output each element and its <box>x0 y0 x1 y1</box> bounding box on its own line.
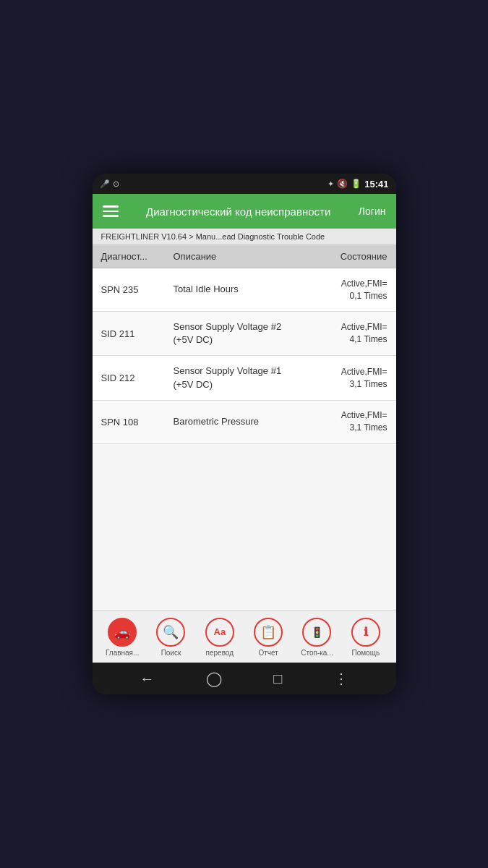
row-status-2: Active,FMI=3,1 Times <box>294 366 388 391</box>
table-header: Диагност... Описание Состояние <box>93 245 396 268</box>
empty-area <box>93 444 396 531</box>
android-nav: ← ◯ □ ⋮ <box>93 663 396 694</box>
login-button[interactable]: Логин <box>359 205 386 217</box>
mic-off-icon: 🎤 <box>100 179 110 189</box>
row-code-2: SID 212 <box>101 373 174 383</box>
nav-label-search: Поиск <box>161 649 181 657</box>
bluetooth-icon: ✦ <box>328 179 334 189</box>
nav-item-report[interactable]: 📋 Отчет <box>249 618 288 657</box>
table-body: SPN 235 Total Idle Hours Active,FMI=0,1 … <box>93 268 396 610</box>
table-row[interactable]: SID 212 Sensor Supply Voltage #1 (+5V DC… <box>93 356 396 400</box>
nav-item-home[interactable]: 🚗 Главная... <box>103 618 142 657</box>
app-header: Диагностический код неисправности Логин <box>93 194 396 229</box>
device: 🎤 ⊙ ✦ 🔇 🔋 15:41 Диагностический код неис… <box>93 174 396 694</box>
wifi-icon: ⊙ <box>113 179 119 189</box>
translate-icon: Aa <box>205 618 234 647</box>
bottom-nav: 🚗 Главная... 🔍 Поиск Aa перевод 📋 Отчет … <box>93 610 396 663</box>
nav-item-help[interactable]: ℹ Помощь <box>346 618 385 657</box>
status-bar: 🎤 ⊙ ✦ 🔇 🔋 15:41 <box>93 174 396 194</box>
row-code-3: SPN 108 <box>101 417 174 427</box>
volume-icon: 🔇 <box>337 179 348 189</box>
app-content: FREIGHTLINER V10.64 > Manu...ead Diagnos… <box>93 229 396 694</box>
status-bar-left: 🎤 ⊙ <box>100 179 324 189</box>
row-code-1: SID 211 <box>101 328 174 339</box>
search-icon: 🔍 <box>156 618 185 647</box>
status-time: 15:41 <box>364 179 388 190</box>
row-status-3: Active,FMI=3,1 Times <box>294 409 388 434</box>
table-row[interactable]: SPN 108 Barometric Pressure Active,FMI=3… <box>93 401 396 444</box>
stopcode-icon: 🚦 <box>302 618 331 647</box>
nav-label-home: Главная... <box>106 649 139 657</box>
col-header-desc: Описание <box>174 251 294 262</box>
table-row[interactable]: SPN 235 Total Idle Hours Active,FMI=0,1 … <box>93 268 396 312</box>
report-icon: 📋 <box>254 618 283 647</box>
row-desc-3: Barometric Pressure <box>174 415 294 428</box>
status-icons-right: ✦ 🔇 🔋 15:41 <box>328 179 388 190</box>
recents-button[interactable]: □ <box>273 671 282 687</box>
nav-item-search[interactable]: 🔍 Поиск <box>151 618 191 657</box>
header-title: Диагностический код неисправности <box>127 205 350 218</box>
home-button[interactable]: ◯ <box>206 670 222 687</box>
battery-icon: 🔋 <box>351 179 361 189</box>
nav-label-help: Помощь <box>351 649 380 657</box>
row-desc-2: Sensor Supply Voltage #1 (+5V DC) <box>174 365 294 391</box>
row-desc-1: Sensor Supply Voltage #2 (+5V DC) <box>174 320 294 346</box>
row-status-0: Active,FMI=0,1 Times <box>294 278 388 302</box>
col-header-code: Диагност... <box>101 251 174 262</box>
table-row[interactable]: SID 211 Sensor Supply Voltage #2 (+5V DC… <box>93 312 396 356</box>
menu-button[interactable] <box>103 205 119 217</box>
home-icon: 🚗 <box>108 618 137 647</box>
nav-item-stopcode[interactable]: 🚦 Стоп-ка... <box>297 618 337 657</box>
nav-label-report: Отчет <box>258 649 278 657</box>
help-icon: ℹ <box>351 618 380 647</box>
row-status-1: Active,FMI=4,1 Times <box>294 321 388 346</box>
nav-label-translate: перевод <box>206 649 234 657</box>
nav-label-stopcode: Стоп-ка... <box>301 649 333 657</box>
col-header-status: Состояние <box>294 251 388 262</box>
row-code-0: SPN 235 <box>101 284 174 295</box>
row-desc-0: Total Idle Hours <box>174 283 294 296</box>
nav-item-translate[interactable]: Aa перевод <box>200 618 239 657</box>
breadcrumb: FREIGHTLINER V10.64 > Manu...ead Diagnos… <box>93 229 396 245</box>
back-button[interactable]: ← <box>140 671 154 687</box>
more-button[interactable]: ⋮ <box>334 670 348 687</box>
